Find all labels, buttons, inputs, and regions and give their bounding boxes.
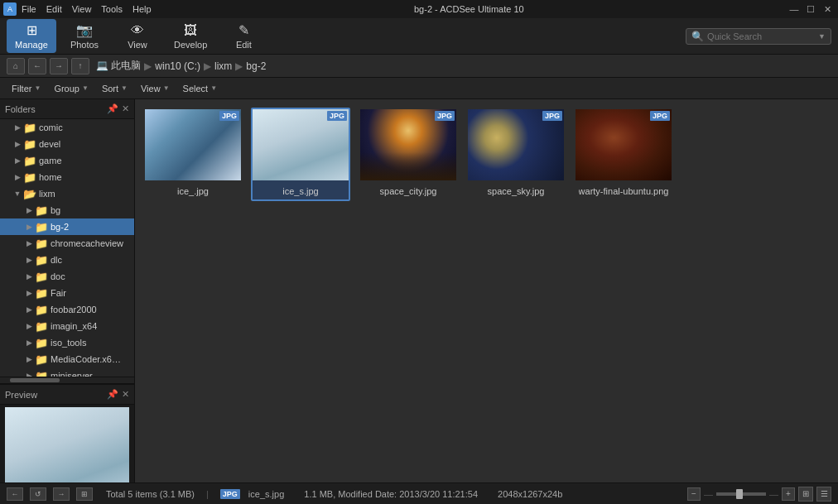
photos-label: Photos xyxy=(70,40,99,50)
view-mode-list-button[interactable]: ☰ xyxy=(816,487,831,502)
view-action-button[interactable]: View ▼ xyxy=(136,82,175,95)
thumbnail-ice-s[interactable]: JPG ice_s.jpg xyxy=(251,108,350,201)
app-icon: A xyxy=(3,2,17,16)
zoom-divider-icon: — xyxy=(704,489,713,499)
thumb-wrapper-warty: JPG xyxy=(576,109,672,184)
sort-arrow-icon: ▼ xyxy=(121,84,128,92)
pin-preview-icon[interactable]: 📌 xyxy=(107,389,118,400)
menu-view[interactable]: View xyxy=(72,4,92,14)
thumb-wrapper-space-city: JPG xyxy=(360,109,456,184)
search-dropdown-icon[interactable]: ▼ xyxy=(818,32,826,41)
tree-item-home[interactable]: ▶ 📁 home xyxy=(0,169,134,185)
expander-icon: ▶ xyxy=(12,173,23,181)
tree-item-lixm[interactable]: ▼ 📂 lixm xyxy=(0,185,134,202)
tree-item-foobar2000[interactable]: ▶ 📁 foobar2000 xyxy=(0,301,134,318)
back-button[interactable]: ← xyxy=(28,58,46,74)
tree-item-doc[interactable]: ▶ 📁 doc xyxy=(0,268,134,285)
photos-icon: 📷 xyxy=(76,22,93,38)
thumb-label-warty: warty-final-ubuntu.png xyxy=(579,186,669,196)
close-button[interactable]: ✕ xyxy=(820,2,835,16)
thumb-label-ice: ice_.jpg xyxy=(177,186,209,196)
up-button[interactable]: ↑ xyxy=(71,58,89,74)
home-nav-button[interactable]: ⌂ xyxy=(7,58,25,74)
zoom-out-button[interactable]: − xyxy=(687,487,701,501)
select-button[interactable]: Select ▼ xyxy=(178,82,223,95)
view-action-arrow-icon: ▼ xyxy=(163,84,170,92)
folder-scrollbar[interactable] xyxy=(0,377,134,383)
statusbar-selected-file: ice_s.jpg xyxy=(248,489,284,499)
thumbnail-space-sky[interactable]: JPG space_sky.jpg xyxy=(466,108,566,201)
statusbar-right: − — — + ⊞ ☰ xyxy=(687,487,831,502)
tree-item-bg2[interactable]: ▶ 📁 bg-2 xyxy=(0,218,134,235)
tree-item-comic[interactable]: ▶ 📁 comic xyxy=(0,119,134,136)
tree-item-iso[interactable]: ▶ 📁 iso_tools xyxy=(0,334,134,351)
filter-button[interactable]: Filter ▼ xyxy=(7,82,46,95)
preview-panel-controls: 📌 ✕ xyxy=(107,389,129,400)
search-input[interactable] xyxy=(707,31,815,41)
expander-icon: ▶ xyxy=(12,123,23,132)
group-button[interactable]: Group ▼ xyxy=(49,82,94,95)
tree-item-fair[interactable]: ▶ 📁 Fair xyxy=(0,285,134,301)
menu-help[interactable]: Help xyxy=(132,4,152,14)
tree-item-imagin[interactable]: ▶ 📁 imagin_x64 xyxy=(0,318,134,334)
statusbar-icon-back[interactable]: ← xyxy=(7,487,23,501)
thumb-badge-warty: JPG xyxy=(650,111,670,121)
filter-arrow-icon: ▼ xyxy=(34,84,41,92)
tree-item-chromecacheview[interactable]: ▶ 📁 chromecacheview xyxy=(0,235,134,252)
breadcrumb-item[interactable]: bg-2 xyxy=(246,60,266,72)
search-icon: 🔍 xyxy=(691,31,704,42)
view-button[interactable]: 👁 View xyxy=(113,20,162,53)
minimize-button[interactable]: — xyxy=(787,2,802,16)
tree-item-miniserver[interactable]: ▶ 📁 miniserver xyxy=(0,367,134,377)
tree-item-mediacoder[interactable]: ▶ 📁 MediaCoder.x64-0.8... xyxy=(0,351,134,367)
tree-item-bg[interactable]: ▶ 📁 bg xyxy=(0,202,134,218)
breadcrumb-item[interactable]: lixm xyxy=(214,60,232,72)
breadcrumb-item[interactable]: 💻 此电脑 xyxy=(96,59,141,73)
sort-button[interactable]: Sort ▼ xyxy=(97,82,132,95)
expander-icon: ▶ xyxy=(23,322,35,330)
folder-icon: 📁 xyxy=(35,238,48,250)
folder-icon: 📁 xyxy=(35,353,48,366)
pin-icon[interactable]: 📌 xyxy=(107,103,118,114)
photos-button[interactable]: 📷 Photos xyxy=(60,19,109,53)
menu-edit[interactable]: Edit xyxy=(46,4,62,14)
develop-button[interactable]: 🖼 Develop xyxy=(166,20,215,53)
panel-controls: 📌 ✕ xyxy=(107,103,129,114)
folder-icon: 📁 xyxy=(35,304,48,316)
folder-icon: 📁 xyxy=(35,337,48,349)
view-mode-grid-button[interactable]: ⊞ xyxy=(798,487,813,502)
thumb-badge-space-sky: JPG xyxy=(542,111,562,121)
thumb-label-space-city: space_city.jpg xyxy=(380,186,437,196)
zoom-divider2-icon: — xyxy=(769,489,778,499)
thumb-wrapper-space-sky: JPG xyxy=(468,109,564,184)
restore-button[interactable]: ☐ xyxy=(803,2,818,16)
thumbnail-ice[interactable]: JPG ice_.jpg xyxy=(143,108,243,201)
manage-button[interactable]: ⊞ Manage xyxy=(7,19,56,53)
expander-icon: ▶ xyxy=(23,289,35,297)
zoom-slider[interactable] xyxy=(716,492,766,496)
menu-file[interactable]: File xyxy=(22,4,36,14)
breadcrumb-item[interactable]: win10 (C:) xyxy=(155,60,200,72)
folder-icon: 📁 xyxy=(35,204,48,217)
menu-tools[interactable]: Tools xyxy=(101,4,123,14)
expander-icon: ▶ xyxy=(23,272,35,281)
window-controls: — ☐ ✕ xyxy=(787,2,835,16)
close-preview-icon[interactable]: ✕ xyxy=(122,389,129,400)
statusbar-selected-badge: JPG xyxy=(220,489,240,499)
statusbar-icon-grid[interactable]: ⊞ xyxy=(76,487,93,501)
thumb-label-ice-s: ice_s.jpg xyxy=(282,186,318,196)
tree-item-devel[interactable]: ▶ 📁 devel xyxy=(0,136,134,152)
thumbnail-space-city[interactable]: JPG space_city.jpg xyxy=(359,108,458,201)
zoom-in-button[interactable]: + xyxy=(782,487,795,501)
filter-label: Filter xyxy=(12,84,31,94)
tree-item-game[interactable]: ▶ 📁 game xyxy=(0,152,134,169)
forward-button[interactable]: → xyxy=(50,58,68,74)
close-panel-icon[interactable]: ✕ xyxy=(122,103,129,114)
zoom-slider-thumb xyxy=(736,489,743,499)
thumbnail-warty[interactable]: JPG warty-final-ubuntu.png xyxy=(574,108,673,201)
edit-label: Edit xyxy=(236,40,252,50)
edit-button[interactable]: ✎ Edit xyxy=(219,19,268,53)
tree-item-dlc[interactable]: ▶ 📁 dlc xyxy=(0,252,134,268)
statusbar-icon-forward[interactable]: → xyxy=(53,487,70,501)
statusbar-icon-refresh[interactable]: ↺ xyxy=(30,487,46,501)
